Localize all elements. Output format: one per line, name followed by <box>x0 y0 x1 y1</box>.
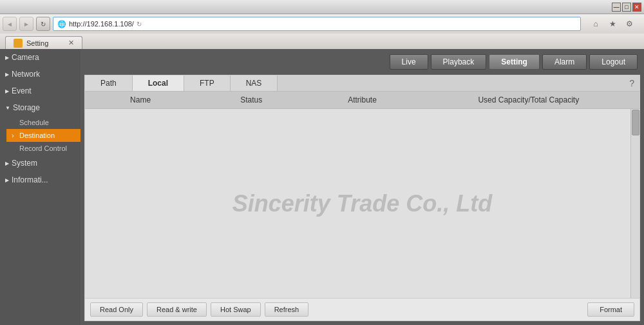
sidebar-information-label: Informati... <box>12 175 48 184</box>
browser-nav-icons: ⌂ ★ ⚙ <box>583 17 641 31</box>
setting-button[interactable]: Setting <box>489 54 540 70</box>
forward-button[interactable]: ► <box>19 17 33 31</box>
bottom-bar: Read Only Read & write Hot Swap Refresh … <box>85 298 639 320</box>
sidebar-item-storage[interactable]: ▼ Storage <box>0 99 80 116</box>
read-write-button[interactable]: Read & write <box>147 302 207 317</box>
col-name: Name <box>85 94 196 106</box>
scrollbar-thumb[interactable] <box>632 110 639 135</box>
tab-favicon <box>14 39 23 48</box>
sidebar-storage-label: Storage <box>13 103 40 112</box>
settings-icon[interactable]: ⚙ <box>622 17 636 31</box>
table-container: Name Status Attribute Used Capacity/Tota… <box>85 92 639 298</box>
destination-label: Destination <box>19 132 55 139</box>
tab-local[interactable]: Local <box>133 75 184 91</box>
sidebar-item-event[interactable]: ▶ Event <box>0 83 80 99</box>
tab-ftp[interactable]: FTP <box>184 75 231 91</box>
sidebar-item-record-control[interactable]: Record Control <box>6 142 80 155</box>
live-button[interactable]: Live <box>390 54 428 70</box>
sub-tabs: Path Local FTP NAS ? <box>85 75 639 92</box>
storage-children: Schedule Destination Record Control <box>0 116 80 155</box>
watermark-text: Sincerity Trade Co., Ltd <box>232 190 492 217</box>
tab-nas[interactable]: NAS <box>231 75 278 91</box>
browser-tab-setting[interactable]: Setting ✕ <box>5 36 82 49</box>
sidebar-item-information[interactable]: ▶ Informati... <box>0 172 80 188</box>
tab-path[interactable]: Path <box>85 75 133 91</box>
sidebar-system-label: System <box>12 159 37 168</box>
network-arrow-icon: ▶ <box>5 72 9 77</box>
table-body[interactable]: Sincerity Trade Co., Ltd <box>85 109 639 298</box>
col-attribute: Attribute <box>307 94 417 106</box>
hot-swap-button[interactable]: Hot Swap <box>211 302 261 317</box>
window-controls: — □ ✕ <box>612 3 641 12</box>
schedule-label: Schedule <box>19 119 49 126</box>
close-button[interactable]: ✕ <box>632 3 641 12</box>
alarm-button[interactable]: Alarm <box>542 54 587 70</box>
sidebar-event-label: Event <box>12 86 32 95</box>
system-arrow-icon: ▶ <box>5 161 9 166</box>
sidebar-camera-label: Camera <box>12 53 39 62</box>
tab-title: Setting <box>26 39 48 47</box>
sidebar: ▶ Camera ▶ Network ▶ Event ▼ Storage Sch… <box>0 49 80 325</box>
address-text: http://192.168.1.108/ <box>69 20 134 28</box>
refresh-icon: ↻ <box>137 21 142 28</box>
title-bar: — □ ✕ <box>0 0 644 14</box>
refresh-button[interactable]: ↻ <box>36 17 50 31</box>
storage-arrow-icon: ▼ <box>5 105 10 111</box>
col-capacity: Used Capacity/Total Capacity <box>418 94 639 106</box>
logout-button[interactable]: Logout <box>589 54 638 70</box>
restore-button[interactable]: □ <box>622 3 631 12</box>
address-bar[interactable]: 🌐 http://192.168.1.108/ ↻ <box>53 17 581 31</box>
scrollbar-track[interactable] <box>630 109 639 298</box>
tab-bar: Setting ✕ <box>0 34 644 49</box>
playback-button[interactable]: Playback <box>431 54 487 70</box>
minimize-button[interactable]: — <box>612 3 621 12</box>
app-area: ▶ Camera ▶ Network ▶ Event ▼ Storage Sch… <box>0 49 644 325</box>
event-arrow-icon: ▶ <box>5 88 9 94</box>
tab-close-button[interactable]: ✕ <box>68 39 74 47</box>
nav-bar: ◄ ► ↻ 🌐 http://192.168.1.108/ ↻ ⌂ ★ ⚙ <box>0 14 644 34</box>
sidebar-network-label: Network <box>12 70 40 79</box>
sidebar-item-camera[interactable]: ▶ Camera <box>0 49 80 66</box>
favorites-icon[interactable]: ★ <box>605 17 620 31</box>
back-button[interactable]: ◄ <box>3 17 17 31</box>
refresh-button[interactable]: Refresh <box>265 302 309 317</box>
col-status: Status <box>196 94 307 106</box>
table-header: Name Status Attribute Used Capacity/Tota… <box>85 92 639 109</box>
help-button[interactable]: ? <box>624 75 639 91</box>
content-panel: Path Local FTP NAS ? Name Status Attribu… <box>84 75 640 321</box>
sidebar-item-destination[interactable]: Destination <box>6 129 80 142</box>
sidebar-item-network[interactable]: ▶ Network <box>0 66 80 83</box>
top-nav: Live Playback Setting Alarm Logout <box>80 49 644 75</box>
information-arrow-icon: ▶ <box>5 177 9 183</box>
sidebar-item-system[interactable]: ▶ System <box>0 155 80 172</box>
format-button[interactable]: Format <box>587 302 634 317</box>
main-content: Live Playback Setting Alarm Logout Path … <box>80 49 644 325</box>
address-icon: 🌐 <box>57 20 66 28</box>
sub-tab-spacer <box>278 75 624 91</box>
record-control-label: Record Control <box>19 144 67 152</box>
read-only-button[interactable]: Read Only <box>90 302 143 317</box>
sidebar-item-schedule[interactable]: Schedule <box>6 116 80 129</box>
home-icon[interactable]: ⌂ <box>589 17 603 31</box>
camera-arrow-icon: ▶ <box>5 55 9 61</box>
